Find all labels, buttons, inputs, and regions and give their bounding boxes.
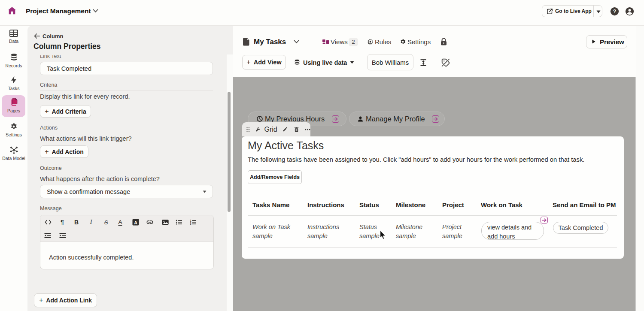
svg-text:?: ? bbox=[613, 9, 616, 15]
svg-text:3: 3 bbox=[190, 223, 191, 225]
